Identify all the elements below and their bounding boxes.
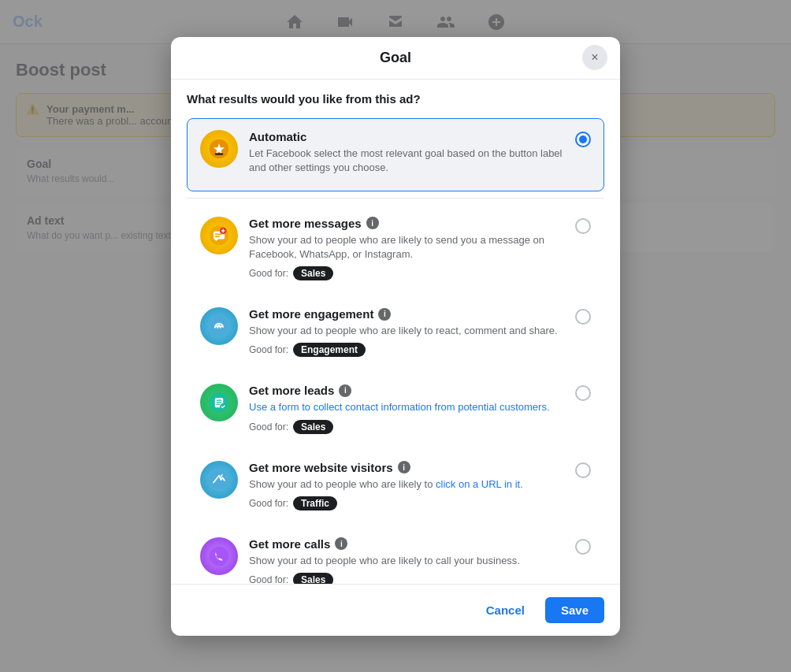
engagement-desc: Show your ad to people who are likely to… (249, 324, 567, 338)
divider-1 (187, 198, 604, 199)
save-button[interactable]: Save (545, 597, 604, 623)
goal-option-messages[interactable]: Get more messages i Show your ad to peop… (187, 205, 604, 292)
messages-good-for: Good for: Sales (249, 266, 567, 280)
engagement-content: Get more engagement i Show your ad to pe… (249, 307, 567, 357)
svg-rect-11 (217, 400, 222, 401)
messages-icon (200, 217, 238, 254)
svg-rect-12 (217, 403, 222, 403)
calls-info-icon[interactable]: i (335, 537, 347, 550)
calls-name: Get more calls (249, 537, 330, 551)
modal-backdrop: Goal × What results would you like from … (0, 0, 791, 672)
messages-desc: Show your ad to people who are likely to… (249, 233, 567, 262)
visitors-name: Get more website visitors (249, 461, 393, 474)
engagement-good-for: Good for: Engagement (249, 343, 567, 357)
calls-radio[interactable] (575, 539, 591, 555)
modal-footer: Cancel Save (171, 584, 620, 636)
goal-option-visitors[interactable]: Get more website visitors i Show your ad… (187, 449, 604, 522)
messages-radio[interactable] (575, 218, 591, 234)
visitors-tag: Traffic (293, 496, 337, 510)
visitors-desc: Show your ad to people who are likely to… (249, 477, 567, 492)
goal-modal: Goal × What results would you like from … (171, 37, 620, 636)
svg-point-15 (210, 470, 229, 489)
goal-option-leads[interactable]: Get more leads i Use a form to collect c… (187, 372, 604, 445)
engagement-name: Get more engagement (249, 307, 373, 321)
visitors-content: Get more website visitors i Show your ad… (249, 461, 567, 510)
automatic-name: Automatic (249, 130, 306, 143)
visitors-icon (200, 461, 238, 499)
svg-rect-13 (217, 404, 220, 405)
automatic-content: Automatic Let Facebook select the most r… (249, 130, 567, 180)
leads-tag: Sales (293, 420, 333, 434)
calls-icon (200, 537, 238, 575)
leads-desc: Use a form to collect contact informatio… (249, 400, 567, 414)
engagement-info-icon[interactable]: i (378, 308, 391, 321)
engagement-radio[interactable] (575, 309, 591, 325)
svg-rect-5 (215, 233, 222, 235)
calls-good-for: Good for: Sales (249, 573, 567, 584)
svg-point-16 (210, 547, 229, 566)
close-button[interactable]: × (582, 45, 607, 70)
automatic-icon (200, 130, 238, 168)
modal-body: What results would you like from this ad… (171, 80, 620, 584)
svg-rect-1 (215, 153, 224, 155)
leads-content: Get more leads i Use a form to collect c… (249, 384, 567, 433)
svg-rect-6 (215, 236, 220, 237)
leads-info-icon[interactable]: i (339, 384, 351, 397)
calls-content: Get more calls i Show your ad to people … (249, 537, 567, 584)
modal-title: Goal (380, 50, 411, 66)
calls-tag: Sales (293, 573, 333, 584)
messages-tag: Sales (293, 266, 333, 280)
modal-header: Goal × (171, 37, 620, 80)
automatic-radio[interactable] (575, 132, 591, 147)
visitors-info-icon[interactable]: i (398, 461, 410, 473)
leads-radio[interactable] (575, 385, 591, 401)
automatic-desc: Let Facebook select the most relevant go… (249, 147, 567, 175)
goal-option-engagement[interactable]: Get more engagement i Show your ad to pe… (187, 295, 604, 369)
visitors-good-for: Good for: Traffic (249, 496, 567, 510)
leads-icon (200, 384, 238, 421)
messages-name: Get more messages (249, 217, 362, 230)
engagement-icon (200, 307, 238, 345)
modal-question: What results would you like from this ad… (187, 92, 604, 106)
cancel-button[interactable]: Cancel (473, 597, 537, 623)
leads-good-for: Good for: Sales (249, 420, 567, 434)
goal-option-calls[interactable]: Get more calls i Show your ad to people … (187, 525, 604, 584)
visitors-radio[interactable] (575, 462, 591, 478)
messages-info-icon[interactable]: i (366, 217, 379, 229)
engagement-tag: Engagement (293, 343, 366, 357)
leads-name: Get more leads (249, 384, 334, 397)
goal-option-automatic[interactable]: Automatic Let Facebook select the most r… (187, 118, 604, 191)
messages-content: Get more messages i Show your ad to peop… (249, 217, 567, 280)
calls-desc: Show your ad to people who are likely to… (249, 554, 567, 568)
